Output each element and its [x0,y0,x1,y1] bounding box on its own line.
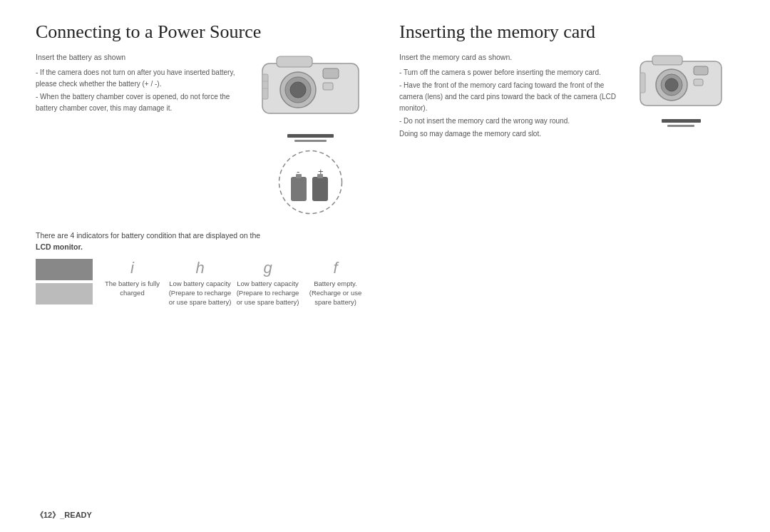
svg-rect-18 [652,56,682,65]
svg-rect-6 [323,83,333,90]
right-text-area: Insert the memory card as shown. - Turn … [399,53,620,141]
battery-letter-g: g [263,259,272,277]
svg-point-21 [665,78,678,91]
svg-point-10 [279,151,342,214]
battery-desc-line1: There are 4 indicators for battery condi… [36,231,260,240]
battery-label-g: Low battery capacity (Prepare to recharg… [234,279,302,307]
footer: 《12》_READY [36,510,92,521]
battery-entry-h: h Low battery capacity (Prepare to recha… [166,259,234,307]
battery-color-boxes [36,259,93,305]
battery-letter-f: f [333,259,337,277]
battery-entry-g: g Low battery capacity (Prepare to recha… [234,259,302,307]
right-title: Inserting the memory card [399,21,734,43]
battery-label-f: Battery empty. (Recharge or use spare ba… [302,279,369,307]
battery-color-low [36,283,93,305]
left-title: Connecting to a Power Source [36,21,371,43]
right-bullet-3: - Do not insert the memory card the wron… [399,116,620,127]
right-body: - Turn off the camera s power before ins… [399,67,620,140]
page: Connecting to a Power Source Insert the … [0,0,770,532]
left-body: - If the camera does not turn on after y… [36,67,242,114]
svg-rect-16 [317,174,323,178]
two-column-layout: Connecting to a Power Source Insert the … [36,21,734,307]
battery-color-full [36,259,93,280]
battery-entry-f: f Battery empty. (Recharge or use spare … [302,259,369,307]
battery-circle-svg: - + [277,148,344,216]
svg-point-4 [290,82,306,98]
camera-illustration-left [255,53,366,128]
svg-rect-24 [640,73,645,93]
battery-desc: There are 4 indicators for battery condi… [36,230,371,253]
svg-rect-15 [312,177,328,201]
left-camera-image: - + [250,53,371,216]
right-column: Inserting the memory card Insert the mem… [399,21,734,307]
svg-rect-1 [277,56,312,67]
battery-label-i: The battery is fully charged [98,279,166,298]
svg-rect-5 [323,68,339,78]
right-bullet-1: - Turn off the camera s power before ins… [399,67,620,78]
left-text-area: Insert the battery as shown - If the cam… [36,53,242,216]
camera-illustration-right [635,53,727,117]
hlines-right [662,117,701,129]
svg-rect-23 [694,79,703,86]
hlines-left [287,132,334,144]
battery-indicators-row: i The battery is fully charged h Low bat… [36,259,371,307]
right-bullet-2: - Have the front of the memory card faci… [399,80,620,114]
left-column: Connecting to a Power Source Insert the … [36,21,371,307]
svg-rect-14 [296,174,302,178]
right-subtitle: Insert the memory card as shown. [399,53,620,61]
right-bullet-4: Doing so may damage the memory card slot… [399,128,620,140]
svg-rect-22 [694,66,708,75]
battery-circle: - + [277,148,344,216]
battery-letter-h: h [195,259,204,277]
left-bullet-1: - If the camera does not turn on after y… [36,67,242,90]
right-content-area: Insert the memory card as shown. - Turn … [399,53,734,141]
battery-letter-i: i [130,259,134,277]
svg-rect-7 [262,74,268,99]
battery-desc-line2: LCD monitor. [36,242,83,251]
battery-entry-i: i The battery is fully charged [98,259,166,298]
battery-label-h: Low battery capacity (Prepare to recharg… [166,279,234,307]
battery-section: There are 4 indicators for battery condi… [36,230,371,307]
left-bullet-2: - When the battery chamber cover is open… [36,91,242,114]
right-camera-image [627,53,734,141]
footer-label: 《12》_READY [36,511,92,519]
left-subtitle: Insert the battery as shown [36,53,242,61]
left-content-area: Insert the battery as shown - If the cam… [36,53,371,216]
svg-rect-13 [291,177,307,201]
